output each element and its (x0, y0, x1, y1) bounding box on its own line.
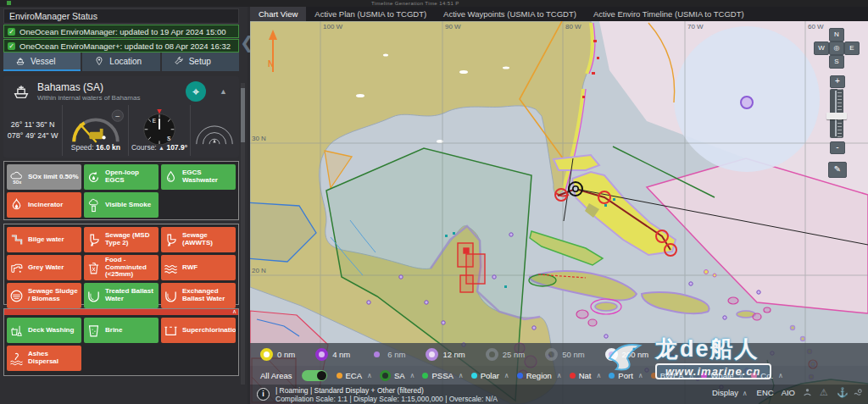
ring-label: 25 nm (503, 350, 525, 359)
zoom-slider-thumb[interactable] (826, 113, 847, 119)
filter-collapse-icon[interactable]: ∧ (596, 372, 601, 379)
enviro-button-deck-washing[interactable]: Deck Washing (7, 318, 81, 343)
pan-west-button[interactable]: W (814, 42, 829, 55)
map-tab-active-enviro-timeline-usmia-to-tcgdt[interactable]: Active Enviro Timeline (USMIA to TCGDT) (585, 7, 753, 21)
enviro-button-visible-smoke[interactable]: Visible Smoke (84, 192, 159, 218)
filter-item-polar[interactable]: Polar∧ (471, 371, 511, 380)
enviro-button-label: Deck Washing (28, 327, 74, 335)
enviro-button-egcs-washwater[interactable]: EGCS Washwater (161, 164, 236, 190)
smoke-icon (86, 198, 101, 213)
pan-north-button[interactable]: N (829, 28, 844, 42)
status-row[interactable]: ✓OneOcean EnviroManager: updated to 19 A… (3, 25, 239, 38)
filter-item-pssa[interactable]: PSSA∧ (422, 371, 465, 380)
enc-button[interactable]: ENC (757, 388, 774, 397)
tap-icon (9, 261, 24, 275)
display-button[interactable]: Display ∧ (712, 388, 749, 397)
zoom-in-button[interactable]: + (830, 75, 845, 88)
filter-item-nat[interactable]: Nat∧ (570, 371, 604, 380)
anchor-icon[interactable]: ⚓ (837, 388, 846, 397)
ring-item-6-nm[interactable]: 6 nm (370, 348, 405, 361)
recycle-drop-icon (86, 170, 101, 185)
enviro-button-ashes-dispersal[interactable]: Ashes Dispersal (7, 346, 81, 371)
filter-collapse-icon[interactable]: ∧ (367, 372, 372, 379)
enviro-button-food-comminuted-25mm[interactable]: Food - Comminuted (<25mm) (84, 255, 159, 280)
status-panel: EnviroManager Status ✓OneOcean EnviroMan… (3, 8, 239, 53)
aio-button[interactable]: AIO (782, 388, 795, 397)
range-ring-icon (374, 351, 380, 357)
enviro-button-treated-ballast-water[interactable]: Treated Ballast Water (84, 283, 159, 308)
map-tab-bar: Chart ViewActive Plan (USMIA to TCGDT)Ac… (250, 7, 868, 21)
enviro-button-bilge-water[interactable]: Bilge water (7, 227, 81, 252)
enviro-button-sewage-msd-type-2[interactable]: Sewage (MSD Type 2) (84, 227, 159, 252)
graticule-lon-label: 80 W (565, 23, 581, 30)
ashes-icon (9, 351, 24, 366)
ballast-icon (164, 289, 178, 303)
ring-item-0-nm[interactable]: 0 nm (260, 348, 295, 361)
ring-item-4-nm[interactable]: 4 nm (315, 348, 350, 361)
filter-label: Region (526, 371, 552, 380)
pan-east-button[interactable]: E (844, 42, 860, 55)
ring-item-12-nm[interactable]: 12 nm (426, 348, 465, 361)
filter-collapse-icon[interactable]: ∧ (459, 372, 464, 379)
svg-text:–: – (115, 112, 120, 120)
filter-sa-icon (380, 370, 391, 381)
range-ring-icon (260, 348, 273, 361)
zoom-out-button[interactable]: - (830, 141, 845, 154)
watermark-url: www.imarine.cn (655, 363, 771, 379)
map-tab-chart-view[interactable]: Chart View (250, 7, 306, 21)
enviro-button-sewage-sludge-biomass[interactable]: Sewage Sludge / Biomass (7, 283, 81, 308)
enviro-button-label: Bilge water (28, 236, 64, 244)
filter-item-eca[interactable]: ECA∧ (337, 371, 374, 380)
locate-crosshair-icon[interactable]: ⌖ (186, 81, 206, 102)
sidebar-tab-setup[interactable]: Setup (162, 53, 239, 71)
enviro-button-sewage-awwts[interactable]: Sewage (AWWTS) (161, 227, 236, 252)
sidebar-scrollbar-thumb[interactable] (241, 88, 245, 142)
filter-collapse-icon[interactable]: ∧ (557, 372, 562, 379)
enviro-button-grey-water[interactable]: Grey Water (7, 255, 81, 280)
enviro-button-incinerator[interactable]: Incinerator (7, 192, 81, 218)
chevron-up-icon[interactable]: ▲ (220, 87, 227, 96)
sidebar-tab-location[interactable]: Location (82, 53, 159, 71)
toggle-knob (317, 371, 326, 380)
status-row[interactable]: ✓OneOcean EnviroManager+: updated to 08 … (3, 39, 239, 53)
ring-item-50-nm[interactable]: 50 nm (545, 348, 584, 361)
info-icon[interactable]: i (257, 388, 270, 401)
enviro-button-label: Ashes Dispersal (28, 351, 79, 366)
sidebar-tab-label: Location (109, 57, 142, 66)
wrench-icon (174, 56, 184, 66)
svg-text:N: N (268, 59, 274, 69)
enviro-button-label: Brine (105, 327, 122, 335)
pan-center-button[interactable]: ◎ (829, 42, 844, 55)
ship-icon (12, 82, 31, 101)
graticule-lon-label: 70 W (687, 23, 704, 30)
pan-south-button[interactable]: S (829, 55, 844, 69)
enviro-button-sox-limit-0-50[interactable]: SOxSOx limit 0.50% (7, 164, 81, 190)
filter-item-region[interactable]: Region∧ (517, 371, 564, 380)
chart-canvas[interactable]: 100 W90 W80 W70 W60 W30 N20 N (250, 21, 868, 404)
status-line-2: Compilation Scale: 1:1 | Display Scale: … (275, 395, 498, 403)
enviro-button-superchlorination[interactable]: Superchlorination (161, 318, 236, 343)
all-areas-toggle[interactable] (302, 370, 327, 381)
ship-icon (15, 56, 25, 66)
filter-collapse-icon[interactable]: ∧ (410, 372, 415, 379)
person-icon[interactable] (803, 388, 812, 397)
filter-collapse-icon[interactable]: ∧ (778, 372, 783, 379)
hazard-triangle-icon[interactable]: ⚠ (820, 388, 829, 397)
storm-icon[interactable] (854, 388, 863, 397)
enviro-button-exchanged-ballast-water[interactable]: Exchanged Ballast Water (161, 283, 236, 308)
enviro-button-brine[interactable]: Brine (84, 318, 159, 343)
sidebar-tab-vessel[interactable]: Vessel (3, 53, 81, 71)
food-waste-icon (86, 261, 101, 275)
pencil-icon[interactable]: ✎ (828, 162, 847, 178)
filter-item-sa[interactable]: SA∧ (380, 370, 417, 381)
enviro-button-rwf[interactable]: RWF (161, 255, 236, 280)
map-tab-active-waypoints-usmia-to-tcgdt[interactable]: Active Waypoints (USMIA to TCGDT) (435, 7, 585, 21)
filter-collapse-icon[interactable]: ∧ (504, 372, 509, 379)
ring-item-25-nm[interactable]: 25 nm (486, 348, 525, 361)
toilet-icon (164, 233, 178, 247)
pin-icon (94, 56, 104, 66)
enviro-sidebar: EnviroManager Status ✓OneOcean EnviroMan… (0, 7, 248, 404)
collapse-chevron-icon[interactable]: ∧ (232, 308, 236, 315)
map-tab-active-plan-usmia-to-tcgdt[interactable]: Active Plan (USMIA to TCGDT) (306, 7, 435, 21)
enviro-button-open-loop-egcs[interactable]: Open-loop EGCS (84, 164, 159, 190)
